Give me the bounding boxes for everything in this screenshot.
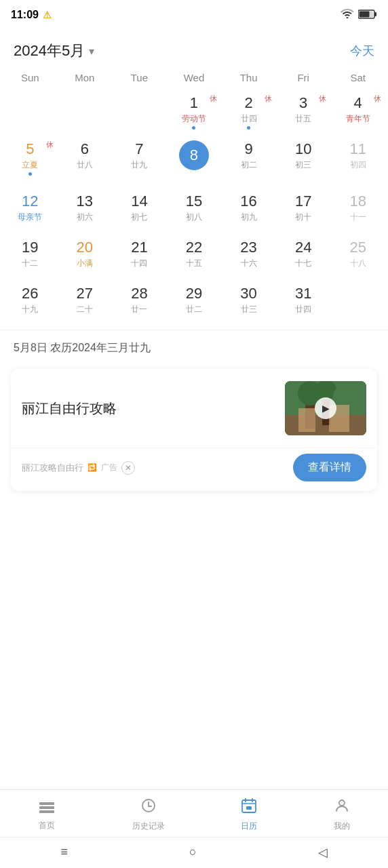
day-sub: 四月	[186, 172, 202, 183]
weekday-row: Sun Mon Tue Wed Thu Fri Sat	[0, 68, 388, 87]
svg-rect-3	[369, 11, 373, 17]
status-left: 11:09 ⚠	[11, 9, 52, 21]
day-cell[interactable]: 29廿二	[167, 281, 222, 327]
ad-title: 丽江自由行攻略	[22, 399, 117, 418]
view-details-button[interactable]: 查看详情	[293, 454, 366, 481]
weekday-sat: Sat	[330, 68, 385, 87]
android-back-button[interactable]: ◁	[318, 845, 328, 860]
day-cell[interactable]: 14初七	[112, 189, 167, 235]
dropdown-arrow: ▾	[89, 45, 94, 58]
day-cell[interactable]: 12母亲节	[3, 189, 58, 235]
month-title[interactable]: 2024年5月 ▾	[14, 41, 94, 61]
day-cell[interactable]: 7廿九	[112, 136, 167, 189]
day-cell[interactable]: 10初三	[276, 136, 331, 189]
nav-item-profile[interactable]: 我的	[334, 797, 350, 832]
android-nav: ≡ ○ ◁	[0, 837, 388, 868]
day-sub: 廿一	[131, 304, 147, 315]
nav-item-history[interactable]: 历史记录	[132, 797, 165, 832]
day-cell[interactable]: 15初八	[167, 189, 222, 235]
day-number: 14	[131, 193, 147, 210]
bottom-nav: 首页 历史记录 日历 我的	[0, 789, 388, 837]
day-cell[interactable]: 休1劳动节	[167, 90, 222, 136]
nav-label-history: 历史记录	[132, 821, 165, 832]
ad-card-body: 丽江自由行攻略 ▶	[11, 369, 377, 448]
day-cell[interactable]: 休4青年节	[330, 90, 385, 136]
day-cell	[58, 90, 113, 136]
day-cell[interactable]: 31廿四	[276, 281, 331, 327]
day-cell[interactable]: 23十六	[221, 235, 276, 281]
play-button[interactable]: ▶	[315, 397, 336, 419]
day-cell[interactable]: 25十八	[330, 235, 385, 281]
profile-icon	[334, 797, 350, 818]
day-cell[interactable]: 16初九	[221, 189, 276, 235]
day-cell[interactable]: 21十四	[112, 235, 167, 281]
day-cell[interactable]: 9初二	[221, 136, 276, 189]
day-cell[interactable]: 26十九	[3, 281, 58, 327]
android-menu-button[interactable]: ≡	[60, 845, 68, 859]
day-cell[interactable]: 22十五	[167, 235, 222, 281]
wifi-icon	[341, 9, 354, 21]
weekday-thu: Thu	[221, 68, 276, 87]
day-number: 25	[349, 239, 366, 256]
close-icon: ✕	[125, 463, 132, 473]
day-dot	[192, 126, 195, 130]
day-cell[interactable]: 休2廿四	[221, 90, 276, 136]
day-sub: 初六	[77, 212, 93, 223]
day-cell[interactable]: 17初十	[276, 189, 331, 235]
day-cell[interactable]: 27二十	[58, 281, 113, 327]
day-number: 12	[22, 193, 38, 210]
day-sub: 廿三	[241, 304, 257, 315]
day-number: 4	[354, 94, 362, 112]
calendar-grid: 休1劳动节休2廿四休3廿五休4青年节休5立夏6廿八7廿九8四月9初二10初三11…	[0, 90, 388, 327]
day-cell[interactable]: 11初四	[330, 136, 385, 189]
day-sub: 初八	[186, 212, 202, 223]
day-sub: 廿四	[241, 113, 257, 125]
status-bar: 11:09 ⚠	[0, 0, 388, 30]
svg-rect-15	[39, 810, 54, 813]
day-number: 23	[240, 239, 256, 256]
day-cell[interactable]: 6廿八	[58, 136, 113, 189]
day-number: 26	[22, 285, 38, 302]
weekday-sun: Sun	[3, 68, 58, 87]
day-number: 18	[349, 193, 366, 210]
nav-item-home[interactable]: 首页	[38, 798, 56, 831]
day-cell[interactable]: 28廿一	[112, 281, 167, 327]
day-dot	[247, 126, 250, 130]
day-number: 19	[22, 239, 38, 256]
svg-rect-11	[298, 408, 315, 432]
ad-thumbnail: ▶	[285, 381, 366, 435]
day-sub: 二十	[77, 304, 93, 315]
holiday-tag: 休	[374, 94, 381, 104]
day-sub: 初九	[241, 212, 257, 223]
day-cell[interactable]: 休5立夏	[3, 136, 58, 189]
ad-close-button[interactable]: ✕	[121, 461, 135, 475]
day-number: 6	[81, 140, 89, 158]
day-number: 17	[295, 193, 311, 210]
home-icon	[38, 798, 56, 817]
ad-source: 丽江攻略自由行	[22, 462, 83, 474]
day-cell[interactable]: 19十二	[3, 235, 58, 281]
calendar-header: 2024年5月 ▾ 今天	[0, 30, 388, 68]
day-cell[interactable]: 20小满	[58, 235, 113, 281]
day-cell[interactable]: 休3廿五	[276, 90, 331, 136]
day-sub: 廿九	[131, 159, 147, 171]
today-button[interactable]: 今天	[350, 43, 374, 59]
calendar-icon	[241, 797, 257, 818]
main-content: 2024年5月 ▾ 今天 Sun Mon Tue Wed Thu Fri Sat…	[0, 30, 388, 789]
day-sub: 初七	[131, 212, 147, 223]
nav-item-calendar[interactable]: 日历	[241, 797, 257, 832]
day-cell[interactable]: 8四月	[167, 136, 222, 189]
day-sub: 十五	[186, 258, 202, 269]
android-home-button[interactable]: ○	[189, 845, 197, 859]
day-number: 20	[77, 239, 93, 256]
day-cell[interactable]: 30廿三	[221, 281, 276, 327]
day-number: 13	[77, 193, 93, 210]
day-cell[interactable]: 13初六	[58, 189, 113, 235]
date-info: 5月8日 农历2024年三月廿九	[0, 330, 388, 362]
day-sub: 十四	[131, 258, 147, 269]
day-cell[interactable]: 24十七	[276, 235, 331, 281]
day-cell[interactable]: 18十一	[330, 189, 385, 235]
nav-label-calendar: 日历	[241, 821, 257, 832]
day-sub: 初四	[350, 159, 366, 171]
day-number: 28	[131, 285, 147, 302]
